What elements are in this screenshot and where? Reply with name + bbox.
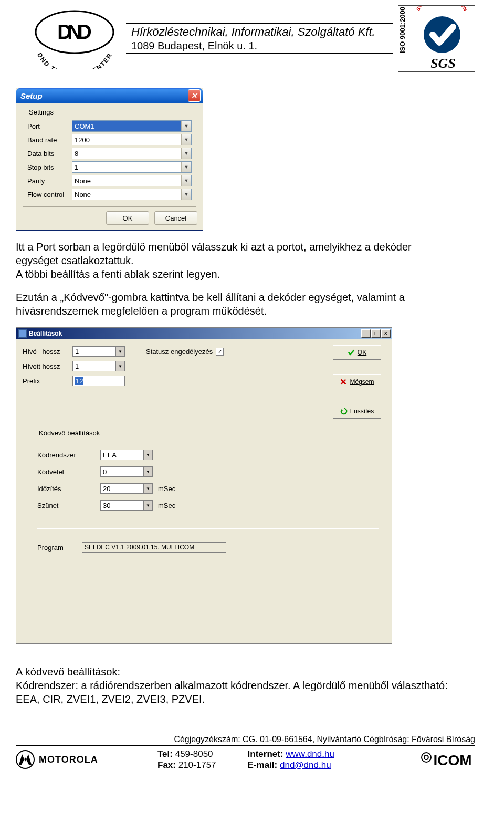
svg-point-8 [424, 16, 460, 53]
chevron-down-icon: ▼ [181, 189, 191, 200]
setup-title: Setup [20, 91, 43, 100]
close-icon[interactable]: ✕ [188, 89, 201, 102]
divider [37, 527, 379, 529]
header-text-block: Hírközléstechnikai, Informatikai, Szolgá… [126, 23, 393, 54]
chevron-down-icon: ▼ [116, 347, 124, 356]
maximize-icon[interactable]: □ [371, 329, 381, 338]
kodvetel-dropdown[interactable]: 0 ▼ [100, 466, 153, 477]
beallitasok-dialog: Beállítások _ □ ✕ Hívó hossz 1 ▼ Statusz… [16, 327, 392, 644]
chevron-down-icon: ▼ [181, 162, 191, 172]
page-footer: Cégjegyzékszám: CG. 01-09-661564, Nyilvá… [16, 735, 475, 771]
page-header: D D N DND TELECOM CENTER Hírközléstechni… [29, 5, 475, 72]
app-icon [18, 329, 27, 338]
databits-dropdown[interactable]: 8 ▼ [72, 148, 192, 159]
parity-dropdown[interactable]: None ▼ [72, 175, 192, 186]
parity-value: None [72, 175, 181, 186]
chevron-down-icon: ▼ [143, 501, 152, 510]
chevron-down-icon: ▼ [143, 484, 152, 493]
kodrendszer-label: Kódrendszer [37, 451, 100, 459]
chevron-down-icon: ▼ [143, 450, 152, 460]
refresh-icon [340, 408, 348, 415]
company-address: 1089 Budapest, Elnök u. 1. [131, 39, 387, 52]
paragraph-1: Itt a Port sorban a legördülő menüből vá… [16, 240, 452, 281]
chevron-down-icon: ▼ [143, 467, 152, 476]
chevron-down-icon: ▼ [181, 134, 191, 145]
setup-titlebar: Setup ✕ [16, 88, 203, 103]
kodvetel-value: 0 [101, 468, 143, 476]
parity-label: Parity [27, 177, 72, 185]
idozites-dropdown[interactable]: 20 ▼ [100, 483, 153, 494]
flow-value: None [72, 189, 181, 200]
szunet-unit: mSec [158, 502, 175, 509]
prefix-input[interactable]: 12 [72, 376, 125, 386]
program-value: SELDEC V1.1 2009.01.15. MULTICOM [82, 542, 226, 553]
hivott-hossz-value: 1 [73, 362, 116, 370]
close-icon[interactable]: ✕ [381, 329, 391, 338]
svg-text:O: O [424, 753, 429, 762]
svg-text:ISO 9001:2000: ISO 9001:2000 [398, 7, 406, 53]
svg-text:ICOM: ICOM [433, 752, 471, 768]
svg-text:DND TELECOM CENTER: DND TELECOM CENTER [36, 51, 114, 69]
hivo-hossz-dropdown[interactable]: 1 ▼ [72, 346, 125, 357]
databits-value: 8 [72, 148, 181, 159]
ok-button[interactable]: OK [106, 211, 149, 225]
contact-block: Tel: 459-8050 Fax: 210-1757 Internet: ww… [158, 748, 412, 771]
szunet-dropdown[interactable]: 30 ▼ [100, 500, 153, 511]
hivo-hossz-value: 1 [73, 348, 116, 356]
company-name: Hírközléstechnikai, Informatikai, Szolgá… [131, 25, 387, 39]
chevron-down-icon: ▼ [181, 175, 191, 186]
databits-label: Data bits [27, 150, 72, 158]
x-icon [340, 378, 347, 386]
chevron-down-icon: ▼ [181, 121, 191, 131]
cancel-button[interactable]: Mégsem [333, 374, 381, 389]
program-label: Program [37, 544, 82, 552]
prefix-value: 12 [75, 377, 83, 385]
port-value: COM1 [72, 121, 181, 131]
motorola-icon [16, 750, 35, 769]
cancel-button[interactable]: Cancel [154, 211, 197, 225]
chevron-down-icon: ▼ [181, 148, 191, 159]
hivo-hossz-label: Hívó hossz [23, 348, 72, 356]
idozites-value: 20 [101, 485, 143, 493]
stopbits-label: Stop bits [27, 163, 72, 171]
baud-dropdown[interactable]: 1200 ▼ [72, 134, 192, 145]
hivott-hossz-label: Hívott hossz [23, 362, 72, 370]
setup-dialog: Setup ✕ Settings Port COM1 ▼ Baud rate 1… [16, 88, 203, 231]
stopbits-value: 1 [72, 162, 181, 172]
port-label: Port [27, 122, 72, 130]
status-enable-checkbox[interactable]: ✓ [216, 348, 224, 356]
kodrendszer-dropdown[interactable]: EEA ▼ [100, 450, 153, 460]
flow-label: Flow control [27, 191, 72, 199]
email-link[interactable]: dnd@dnd.hu [280, 760, 331, 770]
minimize-icon[interactable]: _ [361, 329, 371, 338]
svg-text:SGS: SGS [430, 56, 456, 71]
idozites-unit: mSec [158, 485, 175, 493]
port-dropdown[interactable]: COM1 ▼ [72, 120, 192, 132]
flow-dropdown[interactable]: None ▼ [72, 189, 192, 200]
chevron-down-icon: ▼ [116, 361, 124, 371]
dnd-logo: D D N DND TELECOM CENTER [29, 8, 121, 69]
motorola-text: MOTOROLA [39, 754, 98, 765]
idozites-label: Időzítés [37, 485, 100, 493]
kodvetel-label: Kódvétel [37, 468, 100, 476]
kodrendszer-value: EEA [101, 451, 143, 459]
hivott-hossz-dropdown[interactable]: 1 ▼ [72, 361, 125, 371]
settings-fieldset: Settings Port COM1 ▼ Baud rate 1200 ▼ [23, 108, 196, 207]
kodvevo-fieldset: Kódvevő beállítások Kódrendszer EEA ▼ Kó… [24, 429, 384, 558]
website-link[interactable]: www.dnd.hu [286, 749, 334, 759]
motorola-logo: MOTOROLA [16, 750, 158, 769]
check-icon [348, 349, 355, 356]
registration-text: Cégjegyzékszám: CG. 01-09-661564, Nyilvá… [16, 735, 475, 746]
stopbits-dropdown[interactable]: 1 ▼ [72, 161, 192, 173]
settings-legend: Settings [27, 108, 55, 116]
paragraph-3: A kódvevő beállítások: Kódrendszer: a rá… [16, 665, 452, 706]
prefix-label: Prefix [23, 377, 72, 385]
status-enable-label: Statusz engedélyezés [146, 348, 213, 356]
sgs-certification-logo: ISO 9001:2000 SYSTEM CERTIFICATION SGS [398, 5, 475, 72]
refresh-button[interactable]: Frissítés [333, 404, 381, 419]
ok-button[interactable]: OK [333, 345, 381, 360]
baud-label: Baud rate [27, 136, 72, 144]
szunet-value: 30 [101, 502, 143, 509]
svg-text:N: N [67, 21, 81, 43]
kodvevo-legend: Kódvevő beállítások [37, 429, 101, 437]
